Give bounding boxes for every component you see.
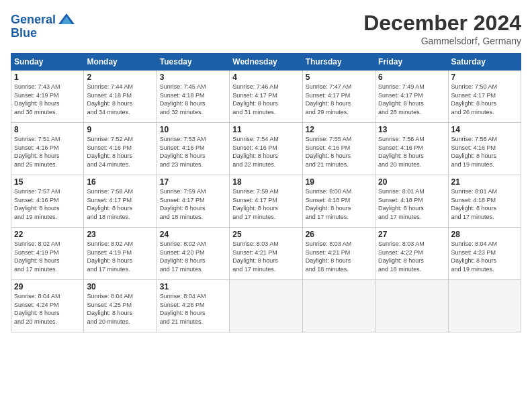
calendar-cell: 12Sunrise: 7:55 AM Sunset: 4:16 PM Dayli… xyxy=(302,123,375,175)
calendar-cell: 1Sunrise: 7:43 AM Sunset: 4:19 PM Daylig… xyxy=(11,71,84,123)
day-number: 26 xyxy=(306,230,372,239)
calendar-cell: 29Sunrise: 8:04 AM Sunset: 4:24 PM Dayli… xyxy=(11,280,84,332)
day-info: Sunrise: 7:43 AM Sunset: 4:19 PM Dayligh… xyxy=(14,83,81,116)
day-info: Sunrise: 8:02 AM Sunset: 4:19 PM Dayligh… xyxy=(14,240,81,273)
day-number: 22 xyxy=(14,230,81,239)
calendar-cell: 3Sunrise: 7:45 AM Sunset: 4:18 PM Daylig… xyxy=(157,71,229,123)
day-info: Sunrise: 8:02 AM Sunset: 4:19 PM Dayligh… xyxy=(87,240,153,273)
calendar-cell: 17Sunrise: 7:59 AM Sunset: 4:17 PM Dayli… xyxy=(157,175,229,228)
calendar-cell: 24Sunrise: 8:02 AM Sunset: 4:20 PM Dayli… xyxy=(157,228,229,280)
day-number: 21 xyxy=(451,177,518,187)
month-title: December 2024 xyxy=(363,11,521,36)
day-info: Sunrise: 7:59 AM Sunset: 4:17 PM Dayligh… xyxy=(232,187,299,221)
day-number: 24 xyxy=(160,230,226,239)
calendar-cell xyxy=(302,280,375,332)
logo-text: General xyxy=(11,13,56,27)
calendar-cell xyxy=(448,280,521,332)
day-info: Sunrise: 7:49 AM Sunset: 4:17 PM Dayligh… xyxy=(378,83,445,116)
week-row-1: 1Sunrise: 7:43 AM Sunset: 4:19 PM Daylig… xyxy=(11,71,521,123)
day-info: Sunrise: 8:04 AM Sunset: 4:26 PM Dayligh… xyxy=(160,292,226,326)
day-info: Sunrise: 8:04 AM Sunset: 4:24 PM Dayligh… xyxy=(14,292,81,326)
day-number: 1 xyxy=(14,73,81,82)
day-info: Sunrise: 7:50 AM Sunset: 4:17 PM Dayligh… xyxy=(451,83,518,116)
day-info: Sunrise: 8:01 AM Sunset: 4:18 PM Dayligh… xyxy=(451,187,518,221)
day-number: 19 xyxy=(306,177,372,187)
day-number: 20 xyxy=(378,177,445,187)
title-block: December 2024 Gammelsdorf, Germany xyxy=(363,11,521,46)
day-number: 17 xyxy=(160,177,226,187)
logo-icon xyxy=(57,11,76,30)
calendar-cell: 2Sunrise: 7:44 AM Sunset: 4:18 PM Daylig… xyxy=(84,71,157,123)
header-row: SundayMondayTuesdayWednesdayThursdayFrid… xyxy=(11,54,521,71)
page-container: General Blue December 2024 Gammelsdorf, … xyxy=(0,0,532,411)
day-number: 27 xyxy=(378,230,445,239)
col-header-monday: Monday xyxy=(84,54,157,71)
day-info: Sunrise: 7:46 AM Sunset: 4:17 PM Dayligh… xyxy=(232,83,299,116)
day-number: 5 xyxy=(306,73,372,82)
day-info: Sunrise: 7:45 AM Sunset: 4:18 PM Dayligh… xyxy=(160,83,226,116)
day-info: Sunrise: 8:04 AM Sunset: 4:25 PM Dayligh… xyxy=(87,292,153,326)
day-number: 8 xyxy=(14,125,81,134)
calendar-cell: 18Sunrise: 7:59 AM Sunset: 4:17 PM Dayli… xyxy=(230,175,302,228)
calendar-cell: 14Sunrise: 7:56 AM Sunset: 4:16 PM Dayli… xyxy=(448,123,521,175)
calendar-cell: 7Sunrise: 7:50 AM Sunset: 4:17 PM Daylig… xyxy=(448,71,521,123)
calendar-cell: 31Sunrise: 8:04 AM Sunset: 4:26 PM Dayli… xyxy=(157,280,229,332)
day-info: Sunrise: 7:44 AM Sunset: 4:18 PM Dayligh… xyxy=(87,83,153,116)
day-number: 31 xyxy=(160,282,226,291)
calendar-cell: 25Sunrise: 8:03 AM Sunset: 4:21 PM Dayli… xyxy=(230,228,302,280)
day-info: Sunrise: 7:56 AM Sunset: 4:16 PM Dayligh… xyxy=(451,135,518,169)
calendar-cell: 10Sunrise: 7:53 AM Sunset: 4:16 PM Dayli… xyxy=(157,123,229,175)
day-number: 13 xyxy=(378,125,445,134)
day-number: 9 xyxy=(87,125,153,134)
day-info: Sunrise: 8:01 AM Sunset: 4:18 PM Dayligh… xyxy=(378,187,445,221)
day-info: Sunrise: 8:00 AM Sunset: 4:18 PM Dayligh… xyxy=(306,187,372,221)
day-info: Sunrise: 8:04 AM Sunset: 4:23 PM Dayligh… xyxy=(451,240,518,273)
calendar-cell: 5Sunrise: 7:47 AM Sunset: 4:17 PM Daylig… xyxy=(302,71,375,123)
day-info: Sunrise: 8:03 AM Sunset: 4:21 PM Dayligh… xyxy=(306,240,372,273)
day-info: Sunrise: 7:54 AM Sunset: 4:16 PM Dayligh… xyxy=(232,135,299,169)
calendar-cell: 16Sunrise: 7:58 AM Sunset: 4:17 PM Dayli… xyxy=(84,175,157,228)
calendar-cell: 15Sunrise: 7:57 AM Sunset: 4:16 PM Dayli… xyxy=(11,175,84,228)
calendar-cell xyxy=(230,280,302,332)
day-number: 3 xyxy=(160,73,226,82)
calendar-table: SundayMondayTuesdayWednesdayThursdayFrid… xyxy=(11,53,521,332)
col-header-tuesday: Tuesday xyxy=(157,54,229,71)
calendar-cell: 27Sunrise: 8:03 AM Sunset: 4:22 PM Dayli… xyxy=(375,228,448,280)
col-header-wednesday: Wednesday xyxy=(230,54,302,71)
calendar-cell xyxy=(375,280,448,332)
calendar-cell: 11Sunrise: 7:54 AM Sunset: 4:16 PM Dayli… xyxy=(230,123,302,175)
calendar-cell: 26Sunrise: 8:03 AM Sunset: 4:21 PM Dayli… xyxy=(302,228,375,280)
calendar-cell: 22Sunrise: 8:02 AM Sunset: 4:19 PM Dayli… xyxy=(11,228,84,280)
logo-general: General xyxy=(11,13,56,26)
page-header: General Blue December 2024 Gammelsdorf, … xyxy=(11,11,521,46)
calendar-cell: 9Sunrise: 7:52 AM Sunset: 4:16 PM Daylig… xyxy=(84,123,157,175)
day-number: 7 xyxy=(451,73,518,82)
day-number: 25 xyxy=(232,230,299,239)
week-row-3: 15Sunrise: 7:57 AM Sunset: 4:16 PM Dayli… xyxy=(11,175,521,228)
location: Gammelsdorf, Germany xyxy=(363,36,521,46)
day-number: 14 xyxy=(451,125,518,134)
day-number: 30 xyxy=(87,282,153,291)
calendar-cell: 19Sunrise: 8:00 AM Sunset: 4:18 PM Dayli… xyxy=(302,175,375,228)
day-info: Sunrise: 7:53 AM Sunset: 4:16 PM Dayligh… xyxy=(160,135,226,169)
day-number: 6 xyxy=(378,73,445,82)
calendar-cell: 4Sunrise: 7:46 AM Sunset: 4:17 PM Daylig… xyxy=(230,71,302,123)
day-info: Sunrise: 8:03 AM Sunset: 4:21 PM Dayligh… xyxy=(232,240,299,273)
day-number: 12 xyxy=(306,125,372,134)
day-number: 2 xyxy=(87,73,153,82)
day-number: 16 xyxy=(87,177,153,187)
day-number: 11 xyxy=(232,125,299,134)
col-header-saturday: Saturday xyxy=(448,54,521,71)
day-number: 28 xyxy=(451,230,518,239)
day-info: Sunrise: 7:51 AM Sunset: 4:16 PM Dayligh… xyxy=(14,135,81,169)
col-header-friday: Friday xyxy=(375,54,448,71)
day-number: 15 xyxy=(14,177,81,187)
day-info: Sunrise: 7:56 AM Sunset: 4:16 PM Dayligh… xyxy=(378,135,445,169)
week-row-2: 8Sunrise: 7:51 AM Sunset: 4:16 PM Daylig… xyxy=(11,123,521,175)
calendar-cell: 23Sunrise: 8:02 AM Sunset: 4:19 PM Dayli… xyxy=(84,228,157,280)
logo: General Blue xyxy=(11,11,76,40)
calendar-cell: 8Sunrise: 7:51 AM Sunset: 4:16 PM Daylig… xyxy=(11,123,84,175)
week-row-4: 22Sunrise: 8:02 AM Sunset: 4:19 PM Dayli… xyxy=(11,228,521,280)
day-info: Sunrise: 7:55 AM Sunset: 4:16 PM Dayligh… xyxy=(306,135,372,169)
day-info: Sunrise: 8:02 AM Sunset: 4:20 PM Dayligh… xyxy=(160,240,226,273)
